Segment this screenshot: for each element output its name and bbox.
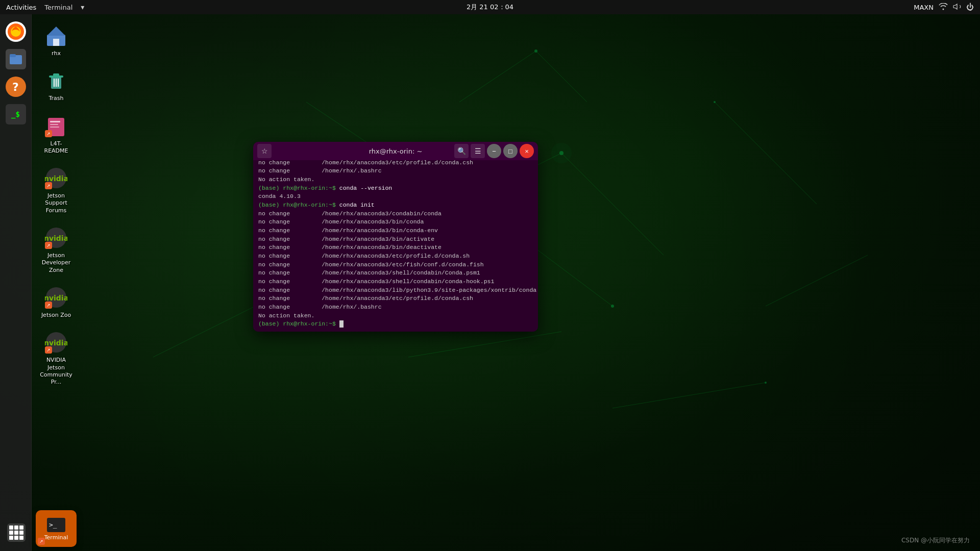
grid-dots-icon	[9, 525, 23, 540]
terminal-menu-label[interactable]: Terminal	[44, 4, 72, 11]
taskbar-shortcut-arrow: ↗	[38, 538, 45, 545]
terminal-icon-svg: >_	[46, 517, 66, 533]
svg-text:nvidia: nvidia	[45, 339, 67, 347]
svg-text:nvidia: nvidia	[45, 234, 67, 242]
dock-item-help[interactable]: ?	[2, 74, 30, 99]
svg-rect-26	[10, 54, 16, 57]
dock-item-terminal[interactable]: _$	[2, 102, 30, 127]
menu-button[interactable]: ☰	[471, 144, 485, 158]
svg-rect-39	[50, 127, 59, 128]
shortcut-arrow-community: ↗	[45, 346, 52, 354]
svg-rect-29	[53, 39, 59, 46]
terminal-title-text: rhx@rhx-orin: ~	[369, 147, 423, 155]
power-icon[interactable]: ⏻	[966, 3, 974, 12]
desktop-icon-jetson-forums[interactable]: nvidia ↗ Jetson Support Forums	[36, 163, 77, 217]
topbar-username: MAXN	[914, 4, 934, 11]
desktop-icon-trash[interactable]: Trash	[36, 65, 77, 105]
minimize-button[interactable]: −	[487, 144, 501, 158]
desktop-icon-home[interactable]: rhx	[36, 20, 77, 60]
shortcut-arrow-l4t: ↗	[45, 130, 52, 137]
svg-rect-37	[50, 121, 60, 122]
terminal-titlebar: ☆ rhx@rhx-orin: ~ 🔍 ☰ − □ ×	[253, 142, 538, 160]
volume-icon[interactable]	[953, 3, 961, 12]
dock-item-files[interactable]	[2, 47, 30, 71]
taskbar-terminal-label: Terminal	[44, 534, 68, 541]
close-button[interactable]: ×	[520, 144, 534, 158]
topbar-right: MAXN ⏻	[914, 3, 974, 12]
activities-label[interactable]: Activities	[6, 4, 36, 11]
watermark-text: CSDN @小阮同学在努力	[901, 536, 970, 545]
shortcut-arrow-devzone: ↗	[45, 242, 52, 249]
desktop-icon-jetson-dev-label: Jetson Developer Zone	[39, 252, 74, 274]
svg-text:nvidia: nvidia	[45, 294, 67, 302]
titlebar-left: ☆	[257, 144, 272, 158]
app-grid-button[interactable]	[7, 523, 26, 542]
terminal-window: ☆ rhx@rhx-orin: ~ 🔍 ☰ − □ × no change /h…	[253, 142, 538, 332]
topbar-left: Activities Terminal ▾	[6, 3, 84, 11]
svg-text:nvidia: nvidia	[45, 174, 67, 183]
shortcut-arrow-zoo: ↗	[45, 302, 52, 309]
svg-marker-28	[47, 27, 65, 36]
wifi-icon	[939, 3, 948, 12]
maximize-button[interactable]: □	[503, 144, 518, 158]
desktop-icon-nvidia-community[interactable]: nvidia ↗ NVIDIA Jetson Community Pr...	[36, 327, 77, 389]
desktop-icon-home-label: rhx	[52, 50, 61, 57]
topbar: Activities Terminal ▾ 2月 21 02：04 MAXN ⏻	[0, 0, 980, 14]
svg-rect-38	[50, 124, 58, 125]
desktop-icon-trash-label: Trash	[48, 95, 63, 102]
shortcut-arrow-forums: ↗	[45, 182, 52, 189]
taskbar-terminal-icon[interactable]: >_ Terminal ↗	[36, 510, 77, 547]
titlebar-bookmark-btn[interactable]: ☆	[257, 144, 272, 158]
dock-item-firefox[interactable]	[2, 19, 30, 44]
terminal-content[interactable]: no change /home/rhx/anaconda3/etc/fish/c…	[253, 160, 538, 332]
desktop-icon-jetson-zoo[interactable]: nvidia ↗ Jetson Zoo	[36, 282, 77, 322]
topbar-datetime: 2月 21 02：04	[467, 3, 513, 12]
svg-rect-32	[53, 73, 59, 77]
desktop-icons-area: rhx Trash ↗ L4T-README	[36, 20, 77, 389]
dock: ? _$	[0, 14, 32, 551]
desktop-icon-jetson-dev[interactable]: nvidia ↗ Jetson Developer Zone	[36, 222, 77, 277]
desktop-icon-l4t-label: L4T-README	[39, 140, 74, 155]
terminal-dropdown-icon[interactable]: ▾	[81, 3, 84, 11]
desktop-icon-nvidia-community-label: NVIDIA Jetson Community Pr...	[39, 357, 74, 386]
desktop-icon-l4t[interactable]: ↗ L4T-README	[36, 111, 77, 158]
desktop-icon-jetson-zoo-label: Jetson Zoo	[41, 312, 71, 319]
desktop-icon-jetson-forums-label: Jetson Support Forums	[39, 192, 74, 214]
svg-text:>_: >_	[49, 521, 57, 529]
search-button[interactable]: 🔍	[454, 144, 469, 158]
titlebar-window-controls: 🔍 ☰ − □ ×	[454, 144, 534, 158]
